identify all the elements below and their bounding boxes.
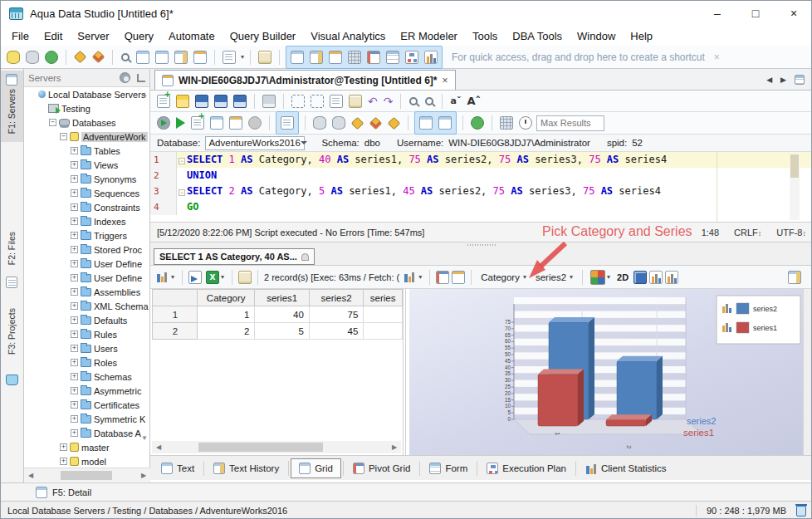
minimize-button[interactable]: – xyxy=(698,1,736,26)
dock-tab-files[interactable]: F2: Files xyxy=(7,232,17,265)
expand-icon[interactable]: + xyxy=(71,387,78,394)
tree-item-indexes[interactable]: +Indexes xyxy=(24,214,150,228)
history-button[interactable] xyxy=(517,115,534,131)
disconnect-button[interactable] xyxy=(368,115,384,131)
query-analyzer-button[interactable] xyxy=(119,51,132,64)
tree-scroll-down-icon[interactable]: ▼ xyxy=(141,434,148,442)
editor-line-1[interactable]: 1−SELECT 1 AS Category, 40 AS series1, 7… xyxy=(150,152,812,168)
grid-cell[interactable]: 2 xyxy=(197,323,255,340)
menu-query[interactable]: Query xyxy=(117,28,161,44)
tree-item-symmetric-k[interactable]: +Symmetric K xyxy=(24,412,150,426)
editor-line-3[interactable]: 3−SELECT 2 AS Category, 5 AS series1, 45… xyxy=(150,184,812,199)
rollback-button[interactable] xyxy=(330,115,347,131)
dock-icon[interactable] xyxy=(137,74,145,82)
maximize-button[interactable]: □ xyxy=(736,1,775,26)
cut-button[interactable] xyxy=(309,93,325,110)
tree-item-adventurework[interactable]: −AdventureWork xyxy=(24,130,150,144)
result-tab-grid[interactable]: Grid xyxy=(291,458,341,478)
tree-item-assemblies[interactable]: +Assemblies xyxy=(24,285,150,299)
tab-scroll-right-icon[interactable]: ▶ xyxy=(780,76,786,84)
new-document-button[interactable] xyxy=(221,49,237,66)
dock-tab-projects[interactable]: F3: Projects xyxy=(7,308,17,355)
expand-icon[interactable]: + xyxy=(71,316,78,324)
excel-export-button[interactable]: ▾ xyxy=(204,269,226,286)
unregister-server-button[interactable] xyxy=(24,49,41,66)
tree-item-stored-proc[interactable]: +Stored Proc xyxy=(24,242,150,257)
expand-icon[interactable]: + xyxy=(71,415,78,423)
tree-hscrollbar[interactable]: ◀ ▶ xyxy=(24,468,150,482)
connect-button[interactable] xyxy=(350,115,365,131)
editor-line-2[interactable]: 2UNION xyxy=(150,168,812,184)
expand-icon[interactable]: + xyxy=(71,161,78,169)
grid-column-header[interactable]: series1 xyxy=(255,290,309,306)
grid-scroll-left-icon[interactable]: ◀ xyxy=(152,443,165,451)
expand-icon[interactable]: + xyxy=(71,401,78,409)
commit-button[interactable] xyxy=(311,115,328,131)
close-button[interactable]: × xyxy=(775,1,812,26)
grid-scroll-right-icon[interactable]: ▶ xyxy=(388,443,401,451)
filter-toggle-icon[interactable] xyxy=(452,271,465,284)
tree-scroll-up-icon[interactable]: ▲ xyxy=(141,91,148,98)
tree-item-user-define[interactable]: +User Define xyxy=(24,257,150,271)
pivot-toggle-icon[interactable] xyxy=(436,271,449,284)
execute-settings-button[interactable] xyxy=(155,115,172,131)
tab-list-icon[interactable] xyxy=(795,75,805,85)
sql-editor[interactable]: 1−SELECT 1 AS Category, 40 AS series1, 7… xyxy=(150,152,812,222)
tree-item-asymmetric[interactable]: +Asymmetric xyxy=(24,384,150,398)
connect-tool-button[interactable] xyxy=(72,49,88,65)
save-button[interactable] xyxy=(193,93,210,110)
grid-cell[interactable] xyxy=(364,306,403,323)
menu-file[interactable]: File xyxy=(4,28,37,44)
execute-button[interactable] xyxy=(174,115,187,130)
result-tab[interactable]: SELECT 1 AS Category, 40 AS... xyxy=(154,248,315,265)
grid-hscrollbar[interactable]: ◀ ▶ xyxy=(152,441,401,453)
refresh-grid-button[interactable] xyxy=(469,115,486,131)
open-results-button[interactable] xyxy=(173,49,189,66)
expand-icon[interactable]: + xyxy=(71,345,78,352)
select-button[interactable] xyxy=(290,93,306,110)
expand-icon[interactable]: + xyxy=(60,443,67,451)
menu-tools[interactable]: Tools xyxy=(465,28,505,44)
schema-script-button[interactable] xyxy=(257,49,273,66)
script-log-icon[interactable] xyxy=(238,271,252,284)
result-tab-client-statistics[interactable]: Client Statistics xyxy=(578,459,674,477)
menu-edit[interactable]: Edit xyxy=(37,28,70,44)
tree-item-tables[interactable]: +Tables xyxy=(24,144,150,158)
encoding[interactable]: UTF-8↕ xyxy=(776,228,806,237)
row-number-cell[interactable]: 1 xyxy=(153,306,198,323)
menu-query-builder[interactable]: Query Builder xyxy=(223,28,303,44)
fold-collapse-icon[interactable]: − xyxy=(179,158,185,164)
grid-cell[interactable]: 40 xyxy=(255,306,309,323)
query-history-button[interactable] xyxy=(154,49,170,66)
reconnect-button[interactable] xyxy=(386,115,402,131)
menu-visual-analytics[interactable]: Visual Analytics xyxy=(303,28,393,44)
tab-close-icon[interactable]: × xyxy=(443,75,448,86)
expand-icon[interactable]: + xyxy=(71,175,78,183)
result-tab-pivot-grid[interactable]: Pivot Grid xyxy=(345,459,418,477)
find-next-button[interactable] xyxy=(423,95,436,108)
export-icon[interactable] xyxy=(188,271,202,284)
menu-er-modeler[interactable]: ER Modeler xyxy=(393,28,465,44)
pin-icon[interactable] xyxy=(301,253,309,261)
grid-cell[interactable]: 1 xyxy=(197,306,255,323)
chart-small-icon[interactable] xyxy=(649,271,663,284)
tree-item-constraints[interactable]: +Constraints xyxy=(24,200,150,214)
tree-item-schemas[interactable]: +Schemas xyxy=(24,370,150,384)
expand-icon[interactable]: + xyxy=(71,218,78,225)
palette-button[interactable]: ▾ xyxy=(589,268,612,286)
tree-item-triggers[interactable]: +Triggers xyxy=(24,228,150,242)
find-button[interactable] xyxy=(407,95,420,108)
execute-export-button[interactable] xyxy=(227,115,244,131)
copy-button[interactable] xyxy=(328,93,345,110)
tree-item-xml-schema[interactable]: +XML Schema xyxy=(24,299,150,313)
expand-icon[interactable]: + xyxy=(71,260,78,267)
tree-hscroll-thumb[interactable] xyxy=(61,471,112,480)
expand-icon[interactable]: + xyxy=(71,147,78,154)
expand-icon[interactable]: + xyxy=(71,232,78,239)
grid-cell[interactable]: 75 xyxy=(309,306,363,323)
tree-item-testing[interactable]: Testing xyxy=(24,101,150,115)
menu-window[interactable]: Window xyxy=(570,28,623,44)
stop-button[interactable] xyxy=(247,115,263,131)
paste-button[interactable] xyxy=(347,93,364,110)
bucket-icon[interactable] xyxy=(6,375,18,385)
